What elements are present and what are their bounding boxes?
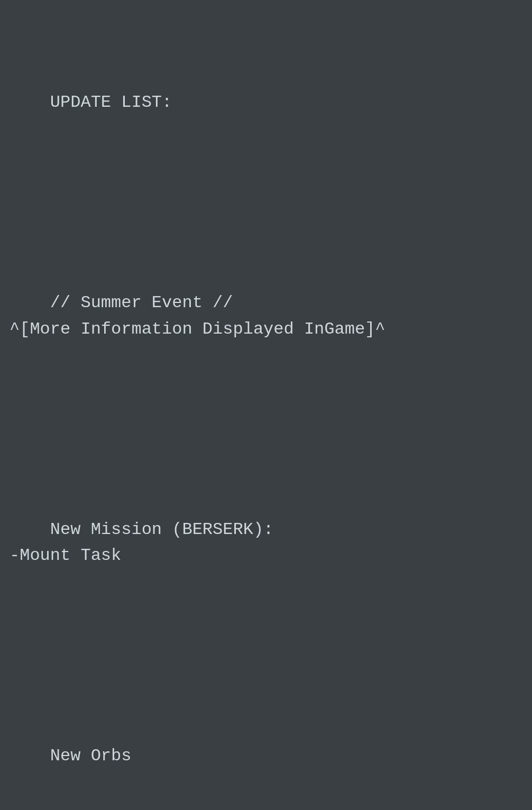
section-new-mission: New Mission (BERSERK): -Mount Task bbox=[10, 490, 522, 595]
new-orbs-text: New Orbs bbox=[50, 746, 132, 766]
new-mission-text: New Mission (BERSERK): -Mount Task bbox=[10, 520, 273, 566]
section-summer-event: // Summer Event // ^[More Information Di… bbox=[10, 263, 522, 368]
update-header-text: UPDATE LIST: bbox=[50, 93, 172, 112]
section-update-header: UPDATE LIST: bbox=[10, 63, 522, 142]
summer-event-text: // Summer Event // ^[More Information Di… bbox=[10, 293, 386, 339]
section-new-orbs: New Orbs bbox=[10, 717, 522, 796]
update-list-content: UPDATE LIST: // Summer Event // ^[More I… bbox=[10, 11, 522, 810]
